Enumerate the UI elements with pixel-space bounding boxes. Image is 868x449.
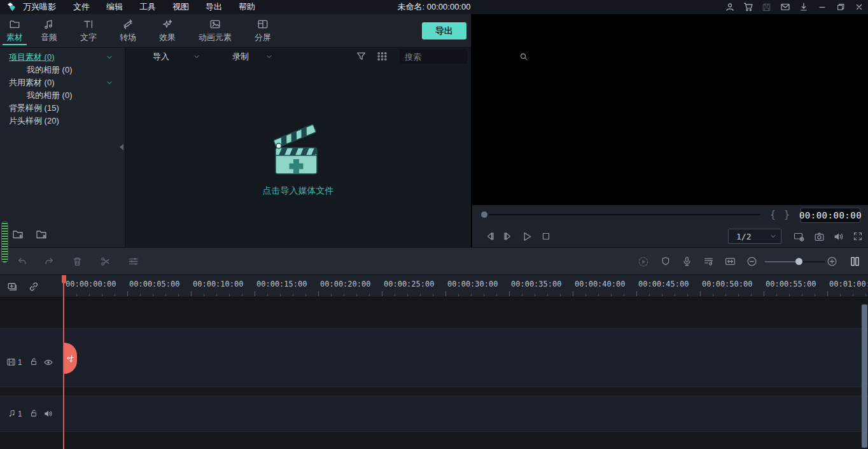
ruler-timestamp: 00:00:35:00 [511,280,561,289]
next-frame-button[interactable] [503,231,513,241]
sidebar-item-background-samples[interactable]: 背景样例 (15) [0,102,125,115]
video-track-lock-icon[interactable] [29,357,38,366]
zoom-out-icon[interactable] [746,256,757,267]
tab-transitions[interactable]: 转场 [108,14,148,47]
download-icon[interactable] [794,0,813,14]
zoom-slider-handle[interactable] [795,258,802,265]
render-preview-icon[interactable] [638,256,649,267]
volume-icon[interactable] [833,231,844,242]
playhead-head[interactable] [62,275,66,283]
chevron-down-icon[interactable] [106,79,113,87]
fullscreen-icon[interactable] [853,231,863,241]
tab-elements[interactable]: 动画元素 [187,14,243,47]
timeline-ruler[interactable]: 00:00:00:0000:00:05:0000:00:10:0000:00:1… [0,275,868,297]
mark-out-icon[interactable]: } [784,209,790,220]
tab-effects[interactable]: 效果 [148,14,187,47]
redo-icon[interactable] [44,256,55,267]
add-track-icon[interactable] [6,281,18,292]
menu-tools[interactable]: 工具 [131,0,164,14]
dual-panel-icon[interactable] [850,256,860,267]
ruler-timestamp: 00:00:55:00 [766,280,816,289]
ruler-tick [331,294,332,296]
split-scissors-icon[interactable] [100,256,111,267]
audio-track-mute-icon[interactable] [43,409,53,418]
delete-folder-icon[interactable] [35,228,48,241]
scrubber-handle[interactable] [481,211,487,218]
menu-export[interactable]: 导出 [197,0,230,14]
scrubber-track[interactable] [489,214,760,215]
filter-icon[interactable] [356,51,367,62]
text-icon [83,18,94,30]
playback-quality-select[interactable]: 1/2 [728,229,781,244]
tab-split-screen[interactable]: 分屏 [243,14,283,47]
sidebar-item-my-album-2[interactable]: 我的相册 (0) [0,89,125,102]
save-icon[interactable] [757,0,776,14]
search-input[interactable] [400,52,519,62]
menu-app-name[interactable]: 万兴喵影 [22,0,65,14]
video-canvas[interactable] [472,14,868,205]
record-chevron-icon[interactable] [265,53,273,61]
ruler-timestamp: 00:00:10:00 [193,280,243,289]
search-icon[interactable] [519,52,528,61]
play-button[interactable] [522,231,533,242]
marker-icon[interactable] [661,256,671,266]
mail-icon[interactable] [776,0,794,14]
scrubber-row: { } 00:00:00:00 [472,205,868,225]
restore-button[interactable] [831,0,850,14]
tab-audio[interactable]: 音频 [29,14,69,47]
delete-icon[interactable] [72,256,83,267]
audio-mixer-icon[interactable] [703,256,714,267]
import-media-dropzone[interactable]: 点击导入媒体文件 [125,117,471,197]
sidebar-item-my-album-1[interactable]: 我的相册 (0) [0,64,125,76]
menu-file[interactable]: 文件 [65,0,98,14]
mark-in-icon[interactable]: { [770,209,776,220]
ruler-tick [700,291,701,296]
ruler-tick [305,294,306,296]
close-button[interactable] [850,0,868,14]
sidebar-item-intro-samples[interactable]: 片头样例 (20) [0,115,125,127]
export-button[interactable]: 导出 [422,22,466,39]
search-box [400,50,467,64]
undo-icon[interactable] [17,256,27,267]
previous-frame-button[interactable] [485,231,495,241]
preview-timecode[interactable]: 00:00:00:00 [801,208,860,223]
timeline-vertical-scrollbar[interactable] [862,304,867,448]
level-indicator[interactable] [1,221,8,263]
collapse-sidebar-arrow[interactable] [120,144,123,150]
display-settings-icon[interactable] [794,231,805,243]
ruler-tick [369,294,370,296]
stop-button[interactable] [541,231,551,241]
video-track-visibility-icon[interactable] [43,357,53,367]
zoom-in-icon[interactable] [827,256,837,267]
ruler-tick [76,294,77,296]
add-folder-icon[interactable] [11,228,24,241]
ruler-timestamp: 00:00:25:00 [384,280,434,289]
grid-view-icon[interactable] [377,51,388,62]
ruler-tick [102,294,102,296]
tab-media[interactable]: 素材 [0,14,29,47]
ruler-tick [713,294,713,296]
link-icon[interactable] [28,281,39,292]
user-account-icon[interactable] [720,0,739,14]
menu-edit[interactable]: 编辑 [98,0,131,14]
chevron-down-icon[interactable] [106,53,113,61]
audio-track-lane[interactable] [0,396,868,432]
cart-icon[interactable] [739,0,757,14]
sidebar-item-shared-media[interactable]: 共用素材 (0) [0,76,125,89]
voiceover-mic-icon[interactable] [682,256,692,267]
ruler-tick [865,294,866,296]
fit-timeline-icon[interactable] [725,256,736,267]
minimize-button[interactable] [813,0,831,14]
menu-help[interactable]: 帮助 [230,0,263,14]
record-button[interactable]: 录制 [232,51,249,62]
adjust-settings-icon[interactable] [128,256,139,267]
snapshot-camera-icon[interactable] [814,231,825,242]
tab-text[interactable]: 文字 [69,14,108,47]
video-track-lane[interactable] [0,328,868,387]
menu-view[interactable]: 视图 [164,0,197,14]
import-chevron-icon[interactable] [193,53,200,61]
sidebar-item-project-media[interactable]: 项目素材 (0) [0,51,125,64]
timeline-zoom-slider[interactable] [765,260,825,263]
import-button[interactable]: 导入 [153,51,169,62]
audio-track-lock-icon[interactable] [29,409,38,418]
